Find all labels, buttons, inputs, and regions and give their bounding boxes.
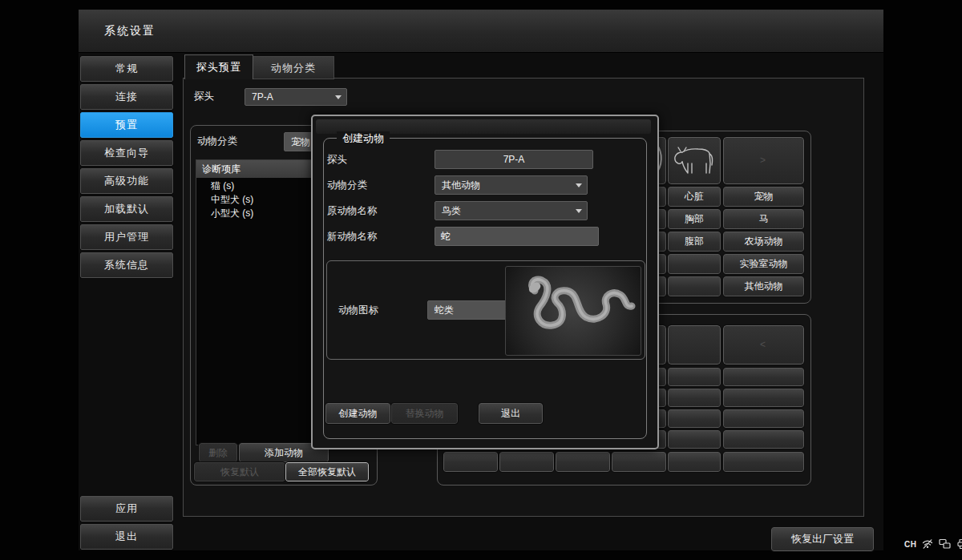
animal-category-button[interactable]: 其他动物 [723, 276, 804, 296]
dialog-probe-value: 7P-A [435, 150, 593, 169]
preset-slot-button[interactable] [723, 452, 804, 472]
category-select-value: 宠物 [291, 135, 310, 149]
sidebar-item-load-default[interactable]: 加载默认 [80, 196, 173, 222]
exam-preset-button[interactable]: 胸部 [668, 209, 721, 229]
animal-category-button[interactable]: 农场动物 [723, 232, 804, 252]
preset-slot-button[interactable] [443, 452, 498, 472]
preset-slot-button[interactable] [723, 368, 804, 386]
system-settings-screen: 系统设置 常规 连接 预置 检查向导 高级功能 加载默认 用户管理 系统信息 应… [0, 0, 962, 560]
preset-slot-button[interactable] [668, 409, 721, 428]
probe-select[interactable]: 7P-A [245, 88, 347, 106]
preset-slot-button[interactable] [499, 452, 554, 472]
dialog-legend: 创建动物 [337, 131, 390, 146]
dialog-original-select[interactable]: 鸟类 [435, 201, 588, 220]
wifi-off-icon [922, 538, 933, 550]
language-indicator: CH [904, 540, 916, 549]
preset-slot-button[interactable] [668, 389, 721, 407]
network-icon [939, 538, 951, 550]
dialog-category-value: 其他动物 [442, 179, 480, 192]
dialog-original-label: 原动物名称 [327, 204, 378, 218]
chevron-down-icon [576, 183, 582, 187]
preset-slot-button[interactable] [668, 430, 721, 449]
dialog-exit-button[interactable]: 退出 [479, 403, 543, 424]
chevron-down-icon [335, 95, 342, 99]
sidebar-item-advanced[interactable]: 高级功能 [80, 168, 173, 194]
printer-icon [956, 538, 962, 550]
animal-icon-preview [505, 266, 641, 356]
exam-preset-button[interactable]: 心脏 [668, 187, 721, 207]
animal-icon-label: 动物图标 [338, 304, 378, 317]
restore-default-button[interactable]: 恢复默认 [194, 462, 285, 481]
probe-select-value: 7P-A [252, 91, 273, 103]
new-animal-name-value: 蛇 [441, 230, 451, 244]
create-animal-button[interactable]: 创建动物 [325, 403, 390, 424]
preset-slot-button[interactable] [723, 430, 804, 449]
status-icons: CH [904, 536, 962, 552]
sidebar-item-connect[interactable]: 连接 [80, 84, 173, 110]
preset-slot-button[interactable] [556, 452, 610, 472]
prev-page-arrow-icon: < [723, 325, 802, 363]
sidebar-item-sys-info[interactable]: 系统信息 [80, 252, 173, 278]
create-animal-dialog: 创建动物 探头 7P-A 动物分类 其他动物 原动物名称 鸟类 新动物名称 蛇 … [311, 115, 659, 449]
animal-category-button[interactable]: 实验室动物 [723, 254, 804, 274]
cow-icon [671, 144, 716, 176]
preset-slot-button[interactable] [668, 276, 721, 296]
dialog-probe-text: 7P-A [503, 154, 525, 165]
window-title: 系统设置 [79, 10, 883, 53]
sidebar-item-user-mgmt[interactable]: 用户管理 [80, 224, 173, 250]
probe-label: 探头 [194, 90, 214, 103]
preset-slot-button[interactable] [723, 389, 804, 407]
snake-image [506, 267, 641, 355]
animal-image-tile[interactable] [668, 325, 721, 365]
dialog-probe-label: 探头 [327, 153, 347, 167]
animal-icon-select[interactable]: 蛇类 [427, 300, 517, 320]
sidebar-item-preset[interactable]: 预置 [80, 112, 173, 138]
preset-slot-button[interactable] [668, 452, 721, 472]
new-animal-name-input[interactable]: 蛇 [435, 227, 599, 246]
tab-probe-preset[interactable]: 探头预置 [184, 54, 253, 79]
exam-preset-button[interactable]: 腹部 [668, 232, 721, 252]
factory-reset-button[interactable]: 恢复出厂设置 [771, 527, 874, 551]
dialog-category-select[interactable]: 其他动物 [435, 175, 588, 195]
dialog-category-label: 动物分类 [327, 179, 367, 192]
sidebar-item-general[interactable]: 常规 [80, 56, 173, 82]
category-label: 动物分类 [197, 135, 237, 148]
apply-button[interactable]: 应用 [80, 496, 173, 522]
animal-category-button[interactable]: 马 [723, 209, 804, 229]
delete-animal-button[interactable]: 删除 [199, 443, 237, 462]
replace-animal-button[interactable]: 替换动物 [391, 403, 458, 424]
preset-slot-button[interactable] [668, 254, 721, 274]
sidebar-item-exam-wizard[interactable]: 检查向导 [80, 140, 173, 166]
next-page-arrow-icon: > [723, 137, 802, 183]
exit-button[interactable]: 退出 [80, 524, 173, 550]
animal-icon-value: 蛇类 [435, 304, 454, 317]
chevron-down-icon [576, 209, 582, 213]
preset-slot-button[interactable] [668, 368, 721, 386]
preset-slot-button[interactable] [612, 452, 666, 472]
tab-animal-category[interactable]: 动物分类 [253, 56, 334, 79]
animal-icon-box: 动物图标 蛇类 [326, 260, 645, 360]
preset-slot-button[interactable] [723, 409, 804, 428]
animal-category-button[interactable]: 宠物 [723, 187, 804, 207]
dialog-newname-label: 新动物名称 [327, 230, 378, 244]
restore-all-default-button[interactable]: 全部恢复默认 [285, 462, 369, 481]
dialog-original-value: 鸟类 [442, 204, 461, 218]
